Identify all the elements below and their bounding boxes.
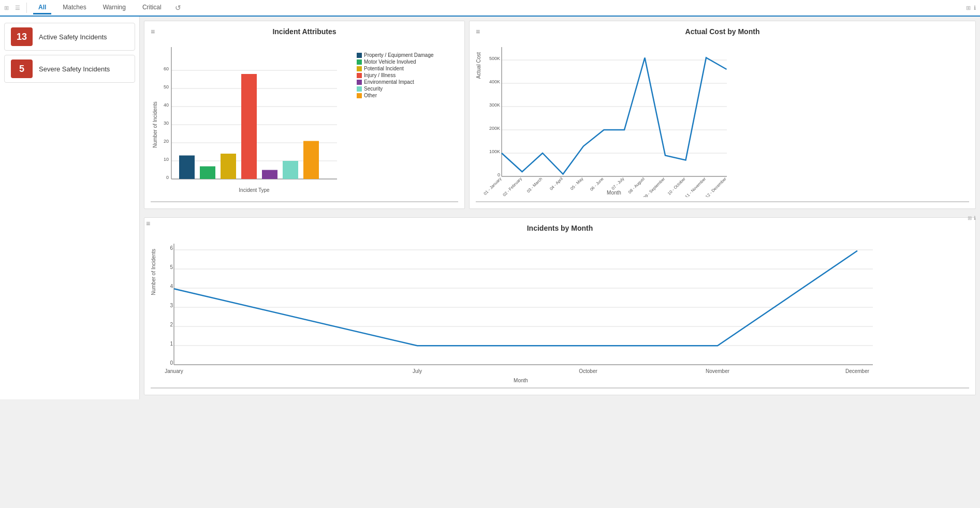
svg-text:06 - June: 06 - June: [589, 176, 605, 192]
svg-text:500K: 500K: [489, 56, 500, 61]
svg-text:2: 2: [170, 322, 173, 327]
incidents-by-month-svg: 0 1 2 3 4 5 6: [158, 238, 883, 383]
svg-text:Incident Type: Incident Type: [239, 187, 270, 193]
actual-cost-chart: ≡ Actual Cost by Month Actual Cost 0 100…: [469, 21, 976, 209]
svg-text:November: November: [706, 368, 730, 374]
svg-text:05 - May: 05 - May: [569, 176, 584, 191]
bar-property[interactable]: [179, 156, 195, 180]
svg-text:10 - October: 10 - October: [667, 176, 686, 196]
svg-text:Month: Month: [514, 378, 528, 383]
severe-incidents-label: Severe Safety Incidents: [39, 65, 110, 73]
active-incidents-label: Active Safety Incidents: [39, 33, 107, 41]
incident-attributes-title: Incident Attributes: [151, 27, 458, 36]
active-incidents-badge: 13: [11, 27, 33, 46]
tab-warning[interactable]: Warning: [98, 2, 131, 14]
incident-attributes-chart: ≡ Incident Attributes Number of Incident…: [144, 21, 465, 209]
svg-text:0: 0: [170, 360, 173, 366]
svg-text:1: 1: [170, 341, 173, 347]
legend-other: Other: [364, 93, 377, 98]
expand-icon-2[interactable]: ⊞: [968, 215, 972, 221]
incident-attributes-legend: Property / Equipment Damage Motor Vehicl…: [357, 52, 434, 99]
bottom-chart-expand-icons: ⊞ ℹ: [968, 215, 976, 221]
svg-text:300K: 300K: [489, 102, 500, 108]
refresh-icon[interactable]: ↺: [175, 4, 181, 12]
svg-text:09 - September: 09 - September: [642, 176, 666, 197]
legend-security: Security: [364, 86, 383, 92]
bar-environmental[interactable]: [262, 170, 277, 180]
info-icon-2[interactable]: ℹ: [974, 215, 976, 221]
svg-text:Month: Month: [607, 190, 621, 196]
svg-text:20: 20: [164, 139, 169, 144]
legend-injury: Injury / Illness: [364, 72, 396, 78]
bar-injury[interactable]: [241, 74, 257, 179]
severe-incidents-card: 5 Severe Safety Incidents: [4, 55, 135, 83]
svg-text:04 - April: 04 - April: [549, 176, 564, 191]
svg-text:40: 40: [164, 102, 169, 108]
svg-text:08 - August: 08 - August: [627, 176, 646, 195]
svg-text:01 - January: 01 - January: [484, 176, 502, 196]
tab-critical[interactable]: Critical: [137, 2, 167, 14]
incidents-by-month-menu-icon[interactable]: ≡: [146, 219, 150, 228]
svg-text:12 - December: 12 - December: [705, 176, 727, 197]
active-incidents-card: 13 Active Safety Incidents: [4, 23, 135, 51]
top-bar-right-icons: ⊞ ℹ: [966, 5, 976, 11]
left-panel: 13 Active Safety Incidents 5 Severe Safe…: [0, 17, 140, 399]
bar-security[interactable]: [283, 161, 298, 179]
bar-motor-vehicle[interactable]: [200, 167, 215, 180]
actual-cost-svg: 0 100K 200K 300K 400K 500K: [484, 42, 732, 197]
incidents-by-month-area: ⊞ ℹ ≡ Incidents by Month Number of Incid…: [140, 213, 980, 399]
top-nav-bar: ⊞ ☰ All Matches Warning Critical ↺ ⊞ ℹ: [0, 0, 980, 17]
incident-attributes-svg: Number of Incidents 0 10 20 30 40 50 60: [151, 42, 353, 197]
charts-area: ≡ Incident Attributes Number of Incident…: [140, 17, 980, 399]
svg-text:10: 10: [164, 157, 169, 162]
bar-other[interactable]: [303, 141, 319, 180]
expand-icon[interactable]: ⊞: [966, 5, 971, 11]
info-icon[interactable]: ℹ: [974, 5, 976, 11]
svg-text:07 - July: 07 - July: [611, 176, 625, 191]
svg-text:60: 60: [164, 66, 169, 71]
actual-cost-y-label: Actual Cost: [476, 52, 481, 79]
actual-cost-menu-icon[interactable]: ≡: [476, 27, 480, 36]
svg-text:3: 3: [170, 303, 173, 308]
svg-text:5: 5: [170, 264, 173, 270]
incidents-by-month-y-label: Number of Incidents: [151, 249, 156, 295]
bar-potential[interactable]: [221, 154, 236, 179]
svg-text:200K: 200K: [489, 126, 500, 131]
svg-text:January: January: [165, 368, 183, 374]
svg-text:02 - February: 02 - February: [502, 176, 523, 197]
svg-text:400K: 400K: [489, 79, 500, 84]
svg-text:03 - March: 03 - March: [526, 176, 543, 193]
main-layout: 13 Active Safety Incidents 5 Severe Safe…: [0, 17, 980, 399]
svg-text:July: July: [413, 368, 422, 374]
svg-text:0: 0: [166, 175, 169, 180]
legend-potential: Potential Incident: [364, 66, 404, 71]
legend-motor-vehicle: Motor Vehicle Involved: [364, 59, 416, 65]
incident-attributes-menu-icon[interactable]: ≡: [151, 27, 155, 36]
svg-text:December: December: [845, 368, 870, 374]
actual-cost-line: [502, 58, 727, 174]
svg-text:30: 30: [164, 121, 169, 126]
legend-environmental: Environmental Impact: [364, 79, 414, 85]
svg-text:6: 6: [170, 245, 173, 251]
grid-icon: ⊞: [4, 5, 9, 11]
svg-text:11 - November: 11 - November: [684, 176, 707, 197]
svg-text:50: 50: [164, 84, 169, 89]
incidents-by-month-chart: ≡ Incidents by Month Number of Incidents…: [144, 217, 976, 395]
svg-text:October: October: [579, 368, 597, 374]
svg-text:100K: 100K: [489, 149, 500, 154]
severe-incidents-badge: 5: [11, 59, 33, 78]
legend-property: Property / Equipment Damage: [364, 52, 434, 58]
svg-text:Number of Incidents: Number of Incidents: [152, 101, 158, 148]
list-icon: ☰: [15, 5, 20, 11]
incidents-by-month-title: Incidents by Month: [151, 224, 969, 232]
svg-text:4: 4: [170, 283, 173, 289]
tab-matches[interactable]: Matches: [57, 2, 91, 14]
top-charts-row: ≡ Incident Attributes Number of Incident…: [140, 17, 980, 213]
incidents-by-month-line: [174, 251, 857, 346]
tab-all[interactable]: All: [33, 2, 51, 14]
actual-cost-title: Actual Cost by Month: [476, 27, 969, 36]
